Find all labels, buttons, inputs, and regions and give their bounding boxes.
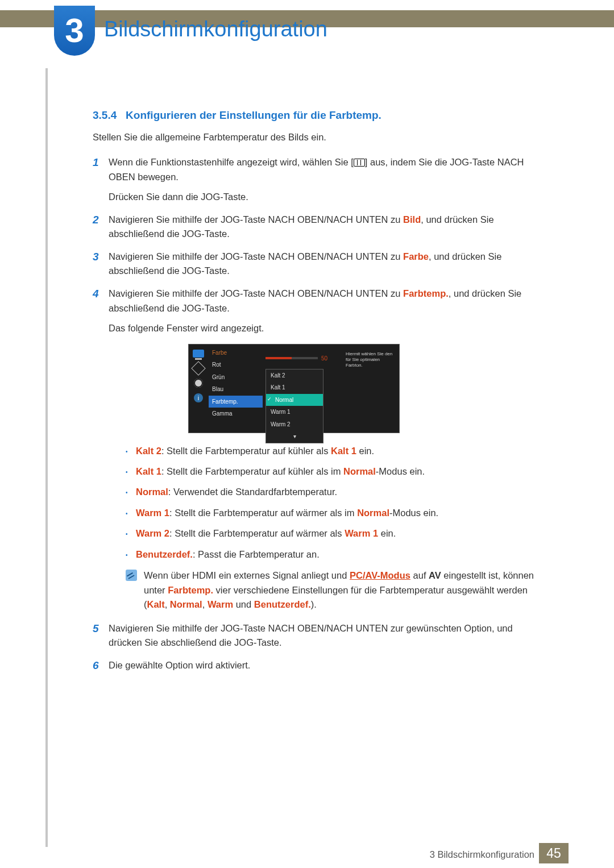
note-frag: und bbox=[233, 599, 254, 609]
steps-list: 1 Wenn die Funktionstastenhilfe angezeig… bbox=[93, 155, 547, 672]
option-ref: Warm 1 bbox=[345, 528, 378, 538]
osd-popup: Kalt 2 Kalt 1 Normal Warm 1 Warm 2 ▾ bbox=[265, 369, 323, 443]
note-kw: Kalt bbox=[147, 599, 165, 609]
intro-text: Stellen Sie die allgemeine Farbtemperatu… bbox=[93, 132, 547, 143]
option-text: : Stellt die Farbtemperatur auf kühler a… bbox=[161, 446, 331, 456]
chapter-number-badge: 3 bbox=[54, 6, 95, 56]
info-icon: i bbox=[192, 392, 205, 404]
option-text: : Stellt die Farbtemperatur auf wärmer a… bbox=[169, 508, 357, 518]
step-number: 4 bbox=[93, 285, 99, 302]
note-frag: ). bbox=[311, 599, 317, 609]
option-name: Kalt 1 bbox=[136, 466, 161, 476]
option-text: : Stellt die Farbtemperatur auf wärmer a… bbox=[169, 528, 345, 538]
option-text: : Stellt die Farbtemperatur auf kühler a… bbox=[161, 466, 343, 476]
picture-icon bbox=[192, 348, 205, 359]
note-bold: AV bbox=[429, 570, 441, 580]
option-ref: Normal bbox=[343, 466, 376, 476]
step-2: 2 Navigieren Sie mithilfe der JOG-Taste … bbox=[93, 213, 547, 242]
option-text: : Passt die Farbtemperatur an. bbox=[193, 549, 320, 559]
menu-icon bbox=[354, 159, 365, 167]
osd-menu-item: Rot bbox=[209, 359, 263, 371]
step-number: 1 bbox=[93, 154, 99, 171]
note-text: Wenn über HDMI ein externes Signal anlie… bbox=[144, 568, 547, 612]
option-kalt2: Kalt 2: Stellt die Farbtemperatur auf kü… bbox=[126, 443, 547, 458]
content-area: 3.5.4 Konfigurieren der Einstellungen fü… bbox=[93, 109, 547, 680]
osd-hint: Hiermit wählen Sie den für Sie optimalen… bbox=[346, 351, 396, 369]
option-tail: -Modus ein. bbox=[376, 466, 425, 476]
step-4-sub: Das folgende Fenster wird angezeigt. bbox=[109, 321, 547, 336]
step-4: 4 Navigieren Sie mithilfe der JOG-Taste … bbox=[93, 286, 547, 612]
footer-text: 3 Bildschirmkonfiguration bbox=[430, 849, 534, 860]
footer: 3 Bildschirmkonfiguration 45 bbox=[0, 845, 614, 868]
osd-menu-item-selected: Farbtemp. bbox=[209, 396, 263, 408]
note-frag: , bbox=[202, 599, 208, 609]
option-name: Warm 1 bbox=[136, 508, 169, 518]
step-5-text: Navigieren Sie mithilfe der JOG-Taste NA… bbox=[109, 623, 513, 648]
chevron-down-icon: ▾ bbox=[266, 430, 323, 443]
section-title: Konfigurieren der Einstellungen für die … bbox=[126, 109, 381, 121]
move-icon bbox=[192, 363, 205, 374]
osd-popup-item: Kalt 1 bbox=[266, 381, 323, 394]
option-warm1: Warm 1: Stellt die Farbtemperatur auf wä… bbox=[126, 505, 547, 520]
step-1-sub: Drücken Sie dann die JOG-Taste. bbox=[109, 190, 547, 205]
step-number: 6 bbox=[93, 657, 99, 674]
gear-icon bbox=[192, 377, 205, 389]
step-1: 1 Wenn die Funktionstastenhilfe angezeig… bbox=[93, 155, 547, 205]
page-number-badge: 45 bbox=[539, 843, 569, 863]
note: Wenn über HDMI ein externes Signal anlie… bbox=[126, 568, 547, 612]
step-1-pre: Wenn die Funktionstastenhilfe angezeigt … bbox=[109, 157, 354, 167]
step-3: 3 Navigieren Sie mithilfe der JOG-Taste … bbox=[93, 250, 547, 279]
step-6: 6 Die gewählte Option wird aktiviert. bbox=[93, 658, 547, 673]
osd-sidebar: i bbox=[190, 348, 206, 407]
step-number: 2 bbox=[93, 211, 99, 228]
options-list: Kalt 2: Stellt die Farbtemperatur auf kü… bbox=[126, 443, 547, 562]
option-ref: Kalt 1 bbox=[331, 446, 356, 456]
note-kw: Normal bbox=[170, 599, 202, 609]
section-heading: 3.5.4 Konfigurieren der Einstellungen fü… bbox=[93, 109, 547, 122]
step-3-kw: Farbe bbox=[403, 251, 429, 261]
note-kw: Benutzerdef. bbox=[254, 599, 311, 609]
option-tail: ein. bbox=[356, 446, 374, 456]
note-frag: , bbox=[165, 599, 170, 609]
option-ref: Normal bbox=[357, 508, 389, 518]
osd-menu-item: Grün bbox=[209, 371, 263, 384]
option-warm2: Warm 2: Stellt die Farbtemperatur auf wä… bbox=[126, 526, 547, 541]
step-number: 3 bbox=[93, 248, 99, 265]
note-kw: Warm bbox=[208, 599, 233, 609]
option-name: Benutzerdef. bbox=[136, 549, 193, 559]
option-name: Warm 2 bbox=[136, 528, 169, 538]
osd-slider-value: 50 bbox=[321, 354, 327, 363]
note-kw: Farbtemp. bbox=[168, 585, 213, 595]
note-link: PC/AV-Modus bbox=[350, 570, 410, 580]
note-frag: auf bbox=[410, 570, 429, 580]
osd-slider bbox=[265, 357, 318, 359]
left-rail bbox=[45, 68, 48, 847]
step-number: 5 bbox=[93, 620, 99, 637]
option-benutzerdef: Benutzerdef.: Passt die Farbtemperatur a… bbox=[126, 547, 547, 562]
step-5: 5 Navigieren Sie mithilfe der JOG-Taste … bbox=[93, 621, 547, 650]
section-number: 3.5.4 bbox=[93, 109, 117, 121]
option-text: : Verwendet die Standardfarbtemperatur. bbox=[168, 487, 337, 497]
step-2-pre: Navigieren Sie mithilfe der JOG-Taste NA… bbox=[109, 214, 403, 225]
option-tail: ein. bbox=[378, 528, 396, 538]
osd-menu-title: Farbe bbox=[209, 347, 263, 359]
osd-menu: Farbe Rot Grün Blau Farbtemp. Gamma bbox=[209, 347, 263, 420]
osd-popup-item: Kalt 2 bbox=[266, 369, 323, 382]
osd-menu-item: Gamma bbox=[209, 408, 263, 420]
osd-menu-item: Blau bbox=[209, 383, 263, 396]
step-4-kw: Farbtemp. bbox=[403, 288, 449, 298]
osd-popup-item: Warm 1 bbox=[266, 406, 323, 418]
note-frag: Wenn über HDMI ein externes Signal anlie… bbox=[144, 570, 350, 580]
chapter-title: Bildschirmkonfiguration bbox=[104, 17, 327, 41]
osd-screenshot: i Farbe Rot Grün Blau Farbtemp. Gamma 50… bbox=[188, 344, 400, 433]
step-3-pre: Navigieren Sie mithilfe der JOG-Taste NA… bbox=[109, 251, 403, 261]
option-name: Normal bbox=[136, 487, 168, 497]
step-2-kw: Bild bbox=[403, 214, 421, 225]
step-4-pre: Navigieren Sie mithilfe der JOG-Taste NA… bbox=[109, 288, 403, 298]
osd-popup-item: Warm 2 bbox=[266, 418, 323, 431]
option-tail: -Modus ein. bbox=[389, 508, 438, 518]
step-6-text: Die gewählte Option wird aktiviert. bbox=[109, 660, 250, 670]
osd-slider-fill bbox=[265, 357, 292, 359]
option-normal: Normal: Verwendet die Standardfarbtemper… bbox=[126, 484, 547, 499]
note-icon bbox=[126, 570, 137, 581]
